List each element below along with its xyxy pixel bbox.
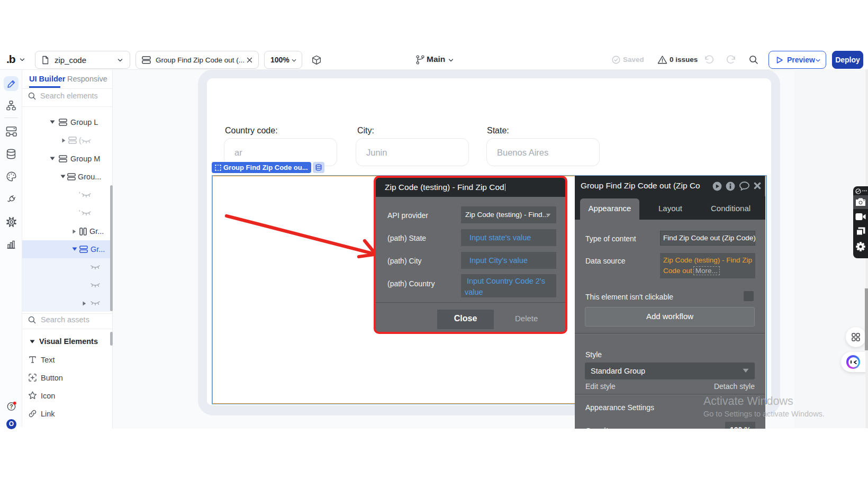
svg-text:?: ? [10,403,13,410]
